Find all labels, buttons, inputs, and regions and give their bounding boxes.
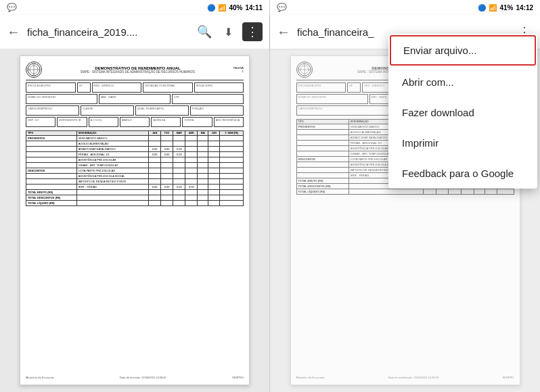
status-bar-left: 💬 🔵 📶 40% 14:11 [0, 0, 269, 15]
table-row: ADIANT.GRAT.NATAL/NATIVO0,000,000,00 [26, 147, 244, 152]
field-aliq: A.T.S (%) [89, 117, 118, 127]
field-uf: UF [77, 82, 91, 93]
table-row: ASSISTÊNCIA PRÉ-ESCOLAR [26, 157, 244, 163]
pdf-page-num: PÁGINA 1 [233, 66, 244, 73]
field-funcao: FUNÇÃO [190, 105, 244, 116]
dropdown-item-open[interactable]: Abrir com... [388, 67, 537, 97]
table-row: IRRF - FÉRIAS0,000,000,000,00 [26, 185, 244, 190]
bluetooth-icon-right: 🔵 [478, 4, 486, 11]
pdf-footer-right: Ministério da Economia Data de atualizaç… [296, 373, 514, 379]
pdf-fields-row1: ESCOLA DA UFRJ UF REG. JURÍDICO SITUAÇÃO… [26, 82, 244, 93]
field-cargo: CARGO/EMPREGO [26, 105, 79, 116]
table-row: FÉRIAS - ADICIONAL 1/30,000,000,00 [26, 152, 244, 157]
th-jan: JAN [149, 131, 161, 136]
table-row: GSBÁR - ART. TEMP.2163/04 AT [26, 163, 244, 168]
whatsapp-icon-right: 💬 [277, 3, 287, 12]
app-bar-left: ← ficha_financeira_2019.... 🔍 ⬇ ⋮ [0, 15, 269, 49]
battery-left: 40% [229, 4, 242, 11]
th-sem: 1° SEM (R$) [220, 131, 244, 136]
field-mat: MAT.: SIAPE [99, 94, 171, 104]
table-row: TOTAL LÍQUIDO (R$) [296, 189, 514, 195]
footer-date-left: Data de emissão: 12/04/2021 14:08:45 [120, 376, 166, 379]
th-mai: MAI [198, 131, 208, 136]
whatsapp-icon: 💬 [7, 3, 17, 12]
th-mar: MAR [173, 131, 185, 136]
time-right: 14:12 [516, 4, 533, 11]
field-dependente: DEPENDENTE IR [57, 117, 87, 127]
table-row: TOTAL DESCONTOS (R$) [26, 195, 244, 201]
footer-code-right: SERPRO [503, 376, 514, 379]
battery-right: 41% [499, 4, 513, 11]
field-classe: CLASSE [81, 105, 134, 116]
more-button-left[interactable]: ⋮ [242, 22, 263, 41]
bluetooth-icon: 🔵 [207, 4, 215, 11]
dropdown-item-send[interactable]: Enviar arquivo... [390, 35, 536, 66]
pdf-fields-row3: CARGO/EMPREGO CLASSE QUAL. RUBRICA/PVL F… [26, 105, 244, 116]
footer-code-left: SERPRO [232, 376, 244, 379]
search-button-left[interactable]: 🔍 [194, 22, 215, 42]
pdf-logo [26, 62, 42, 78]
field-nome: NOME DO SERVIDOR [26, 94, 97, 104]
field-ano: ANO REFERÊNCIA [214, 117, 244, 127]
pdf-page-left: DEMONSTRATIVO DE RENDIMENTO ANUAL SIAPE … [20, 55, 250, 385]
field-dep: DEP: S.F. [26, 117, 55, 127]
th-desc: DENOMINAÇÃO [76, 131, 149, 136]
table-row: AUXÍLIO ALIMENTAÇÃO [26, 141, 244, 147]
dropdown-item-feedback[interactable]: Feedback para o Google [388, 158, 537, 189]
signal-icon: 📶 [218, 4, 226, 11]
field-cpf: CPF [172, 94, 244, 104]
signal-icon-right: 📶 [489, 4, 497, 11]
pdf-footer-left: Ministério da Economia Data de emissão: … [26, 373, 244, 379]
field-conta: CONTA [182, 117, 212, 127]
footer-ministry-right: Ministério da Economia [296, 376, 325, 379]
back-button-right[interactable]: ← [277, 24, 290, 40]
pdf-area-left: DEMONSTRATIVO DE RENDIMENTO ANUAL SIAPE … [0, 49, 269, 392]
download-button-left[interactable]: ⬇ [221, 23, 235, 41]
table-row: DESCONTOSCOTA PARTE PRÉ-ESCOLAR [26, 168, 244, 174]
status-bar-right: 💬 🔵 📶 41% 14:12 [270, 0, 540, 15]
pdf-title-block: DEMONSTRATIVO DE RENDIMENTO ANUAL SIAPE … [45, 66, 231, 74]
pdf-logo-right [296, 62, 313, 78]
pdf-fields-row4: DEP: S.F. DEPENDENTE IR A.T.S (%) MARÇO … [26, 117, 244, 127]
filename-left: ficha_financeira_2019.... [27, 26, 187, 38]
table-row: TOTAL BRUTO (R$) [26, 190, 244, 195]
th-fev: FEV [161, 131, 173, 136]
th-tipo: TIPO [26, 131, 77, 136]
pdf-footer-row: Ministério da Economia Data de emissão: … [26, 376, 244, 379]
dropdown-menu: Enviar arquivo... Abrir com... Fazer dow… [388, 34, 537, 189]
field-reg-juridico: REG. JURÍDICO [92, 82, 142, 93]
th-abr: ABR [185, 131, 198, 136]
pdf-fields-row2: NOME DO SERVIDOR MAT.: SIAPE CPF [26, 94, 244, 104]
field-situacao: SITUAÇÃO FUNCIONAL [143, 82, 193, 93]
pdf-table: TIPO DENOMINAÇÃO JAN FEV MAR ABR MAI JUN… [26, 130, 244, 206]
field-agencia: AGÊNCIA [151, 117, 181, 127]
th-jun: JUN [208, 131, 220, 136]
time-left: 14:11 [245, 4, 263, 11]
dropdown-item-print[interactable]: Imprimir [388, 128, 537, 158]
table-row: TOTAL LÍQUIDO (R$) [26, 201, 244, 206]
pdf-header: DEMONSTRATIVO DE RENDIMENTO ANUAL SIAPE … [26, 62, 244, 80]
left-panel: 💬 🔵 📶 40% 14:11 ← ficha_financeira_2019.… [0, 0, 270, 392]
table-row: ASSISTÊNCIA PRÉ-ESCOLA SOCIAL [26, 174, 244, 179]
footer-date-right: Data de atualização: 12/04/2021 14:09:59 [388, 376, 438, 379]
field-escola: ESCOLA DA UFRJ [26, 82, 76, 93]
right-panel: 💬 🔵 📶 41% 14:12 ← ficha_financeira_ ⋮ En… [270, 0, 540, 392]
field-qual: QUAL. RUBRICA/PVL [135, 105, 189, 116]
back-button-left[interactable]: ← [7, 24, 20, 40]
table-row: PROVENTOSVENCIMENTO BÁSICO [26, 136, 244, 141]
table-row: IMPOSTO DE RENDA RETIDO FONTE [26, 179, 244, 185]
field-sigla: SIGLA UORG [194, 82, 244, 93]
footer-ministry-left: Ministério da Economia [26, 376, 54, 379]
dropdown-item-download[interactable]: Fazer download [388, 97, 537, 128]
field-marco: MARÇO [120, 117, 150, 127]
pdf-subtitle: SIAPE - SISTEMA INTEGRADO DE ADMINISTRAÇ… [45, 70, 231, 74]
